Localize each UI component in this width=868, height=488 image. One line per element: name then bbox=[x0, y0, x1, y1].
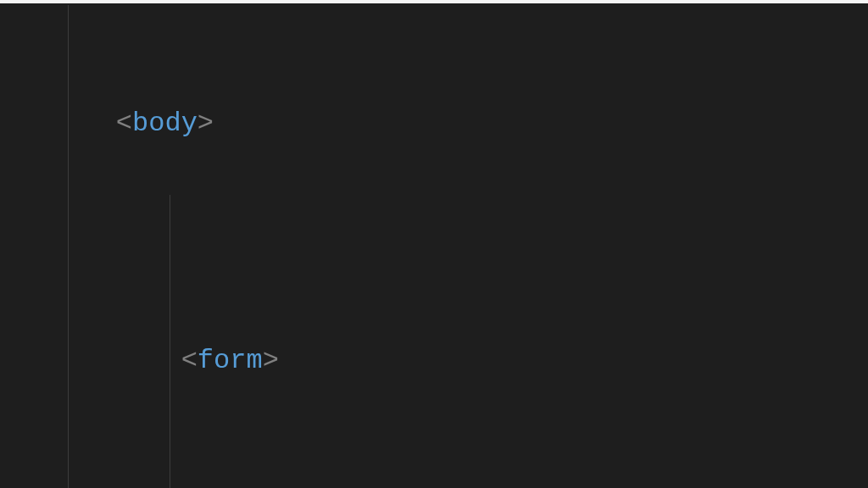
indent-guide bbox=[170, 195, 170, 432]
indent-guide bbox=[170, 432, 170, 488]
angle-bracket: < bbox=[116, 108, 132, 139]
window-top-edge bbox=[0, 0, 868, 3]
tag-name: form bbox=[198, 345, 263, 376]
indent-guide bbox=[68, 5, 69, 195]
indent-guide bbox=[68, 432, 69, 488]
tag-name: body bbox=[132, 108, 198, 139]
code-editor[interactable]: <body> <form> <input type = "button" onc… bbox=[0, 0, 868, 488]
indent-guide bbox=[68, 195, 69, 432]
indent bbox=[116, 345, 181, 376]
code-line[interactable]: <form> bbox=[0, 195, 868, 432]
code-line[interactable]: <body> bbox=[0, 5, 868, 195]
angle-bracket: < bbox=[181, 345, 198, 376]
angle-bracket: > bbox=[198, 108, 214, 139]
angle-bracket: > bbox=[263, 345, 279, 376]
code-line[interactable]: <input type = "button" onclick bbox=[0, 432, 868, 488]
